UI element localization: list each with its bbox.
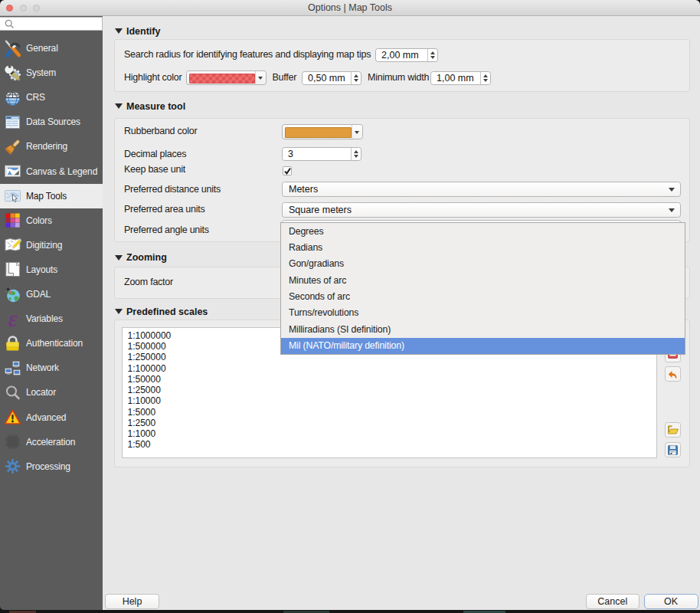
svg-text:ε: ε xyxy=(8,310,18,328)
